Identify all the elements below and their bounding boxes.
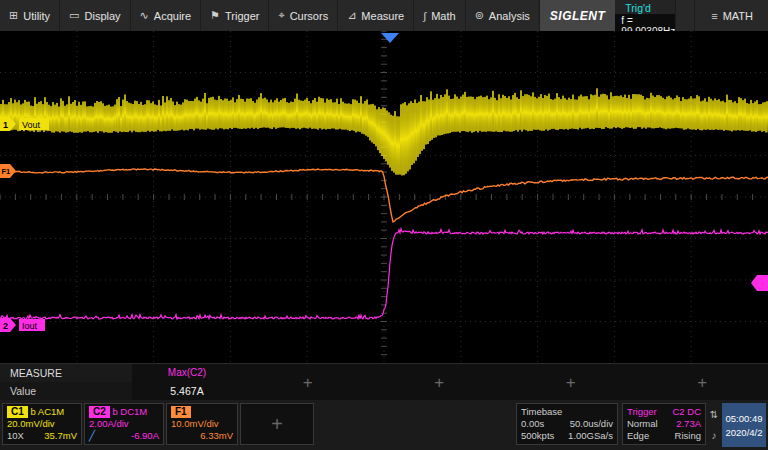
c1-probe: 10X	[7, 430, 24, 442]
menu-item-acquire[interactable]: ∿ Acquire	[131, 0, 202, 31]
f1-scale: 10.0mV/div	[171, 418, 219, 430]
math-icon: ∫	[423, 10, 426, 22]
c2-trace	[0, 229, 768, 319]
speaker-icon: ♪	[712, 430, 717, 441]
c1-offset: 35.7mV	[44, 430, 77, 442]
utility-icon: ⊞	[9, 9, 18, 22]
measure-row-label: Value	[0, 382, 132, 401]
menu-item-cursors[interactable]: ⌖ Cursors	[269, 0, 338, 31]
datetime-display: 05:00:49 2020/4/2	[722, 403, 766, 447]
add-channel-icon: +	[271, 418, 283, 430]
c1-label-text: Vout	[22, 120, 41, 130]
cursors-icon: ⌖	[278, 9, 284, 22]
timebase-descriptor[interactable]: Timebase 0.00s 50.0us/div 500kpts 1.00GS…	[516, 403, 618, 445]
menu-item-label: Math	[431, 10, 455, 22]
status-bar: C1 b AC1M 20.0mV/div 10X 35.7mV C2 b DC1…	[0, 400, 768, 450]
menu-item-label: Acquire	[154, 10, 191, 22]
add-measurement-button[interactable]: +	[303, 373, 313, 393]
usb-icon: ⇅	[710, 409, 718, 420]
menu-item-analysis[interactable]: ⊚ Analysis	[466, 0, 540, 31]
acquire-icon: ∿	[140, 9, 149, 22]
clock-time: 05:00:49	[726, 413, 763, 424]
menu-item-utility[interactable]: ⊞ Utility	[0, 0, 60, 31]
siglent-logo: SIGLENT	[540, 0, 616, 31]
oscilloscope-screen: ⊞ Utility ▭ Display ∿ Acquire ⚑ Trigger …	[0, 0, 768, 450]
trigger-level: 2.73A	[676, 418, 701, 430]
trigger-slope: Rising	[675, 430, 701, 442]
measure-panel: MEASURE Value Max(C2) 5.467A + + + +	[0, 363, 768, 401]
c2-scale: 2.00A/div	[89, 418, 129, 430]
menu-item-label: Display	[85, 10, 121, 22]
math-menu-label: MATH	[723, 10, 753, 22]
c1-chip: C1	[7, 406, 28, 418]
c2-marker-number: 2	[3, 321, 8, 331]
menu-list-icon: ≡	[711, 10, 717, 22]
c1-scale: 20.0mV/div	[7, 418, 55, 430]
trigger-level-marker[interactable]	[751, 275, 768, 291]
menu-item-label: Cursors	[290, 10, 329, 22]
trigger-type: Edge	[627, 430, 649, 442]
waveform-area[interactable]: 1VoutF12Iout	[0, 31, 768, 363]
menu-item-measure[interactable]: ⊿ Measure	[338, 0, 414, 31]
c2-chip: C2	[89, 406, 110, 418]
menu-item-trigger[interactable]: ⚑ Trigger	[201, 0, 269, 31]
menu-item-label: Utility	[23, 10, 50, 22]
menu-item-label: Analysis	[489, 10, 530, 22]
clock-date: 2020/4/2	[726, 427, 763, 438]
add-measurement-button[interactable]: +	[434, 373, 444, 393]
measure-stat-value: 5.467A	[132, 382, 242, 401]
menu-item-label: Measure	[361, 10, 404, 22]
menu-bar: ⊞ Utility ▭ Display ∿ Acquire ⚑ Trigger …	[0, 0, 768, 31]
add-channel-tile[interactable]: +	[240, 403, 314, 445]
timebase-delay: 0.00s	[521, 418, 544, 430]
trigger-status: Trig'd	[615, 0, 675, 14]
measure-stat-name[interactable]: Max(C2)	[132, 364, 242, 382]
trigger-source: C2 DC	[672, 406, 701, 418]
f1-offset: 6.33mV	[200, 430, 233, 442]
analysis-icon: ⊚	[475, 9, 484, 22]
display-icon: ▭	[69, 9, 79, 22]
c2-label-text: Iout	[22, 321, 38, 331]
trigger-status-block: Trig'd f = 99.90308Hz	[615, 0, 676, 31]
timebase-samplerate: 1.00GSa/s	[568, 430, 613, 442]
channel-f1-descriptor[interactable]: F1 10.0mV/div 6.33mV	[166, 403, 238, 445]
timebase-depth: 500kpts	[521, 430, 554, 442]
math-menu-button[interactable]: ≡ MATH	[694, 0, 768, 31]
c2-offset: -6.90A	[131, 430, 159, 442]
trigger-flag-icon: ⚑	[210, 9, 220, 22]
status-icons: ⇅ ♪	[706, 404, 722, 446]
f1-marker-number: F1	[2, 167, 11, 176]
channel-c2-descriptor[interactable]: C2 b DC1M 2.00A/div ╱ -6.90A	[84, 403, 164, 445]
timebase-title: Timebase	[521, 406, 562, 418]
menu-spacer	[676, 0, 694, 31]
measure-title: MEASURE	[0, 364, 132, 382]
waveform-svg: 1VoutF12Iout	[0, 31, 768, 363]
timebase-scale: 50.0us/div	[570, 418, 613, 430]
menu-item-math[interactable]: ∫ Math	[414, 0, 465, 31]
add-measurement-button[interactable]: +	[697, 373, 707, 393]
c1-marker-number: 1	[3, 120, 8, 130]
c2-slope-icon: ╱	[89, 430, 95, 442]
menu-item-label: Trigger	[225, 10, 259, 22]
measure-empty-slots: + + + +	[242, 364, 768, 401]
c2-coupling: b DC1M	[112, 406, 147, 417]
channel-c1-descriptor[interactable]: C1 b AC1M 20.0mV/div 10X 35.7mV	[2, 403, 82, 445]
f1-chip: F1	[171, 406, 191, 418]
menu-item-display[interactable]: ▭ Display	[60, 0, 130, 31]
trigger-mode: Normal	[627, 418, 658, 430]
trigger-descriptor[interactable]: Trigger C2 DC Normal 2.73A Edge Rising	[622, 403, 706, 445]
c1-coupling: b AC1M	[30, 406, 64, 417]
add-measurement-button[interactable]: +	[566, 373, 576, 393]
measure-icon: ⊿	[347, 9, 356, 22]
trigger-title: Trigger	[627, 406, 657, 418]
